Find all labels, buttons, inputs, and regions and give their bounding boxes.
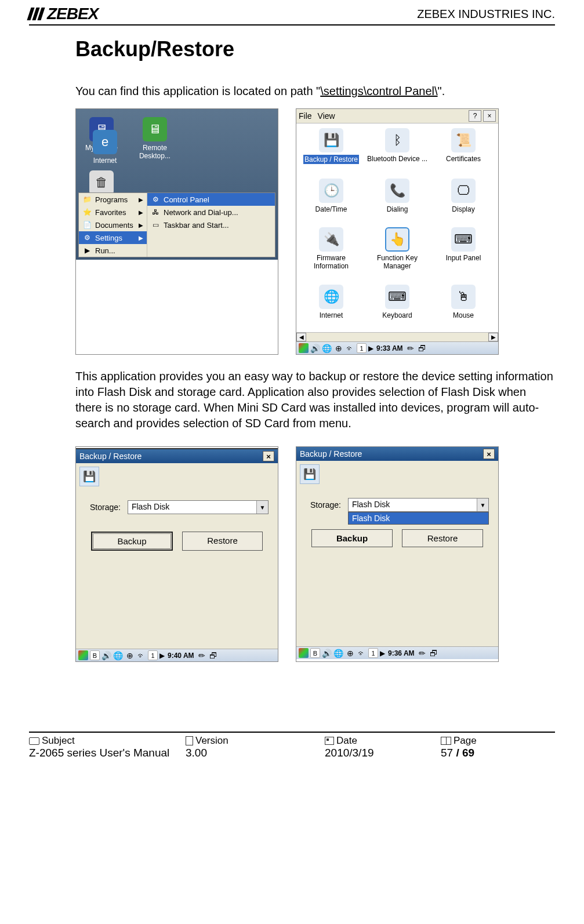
taskbar-clock[interactable]: 9:36 AM (388, 649, 415, 657)
help-button[interactable]: ? (469, 110, 481, 122)
taskbar-clock[interactable]: 9:33 AM (376, 344, 403, 352)
cp-item-keyboard[interactable]: ⌨ Keyboard (365, 282, 430, 330)
start-flag-icon[interactable] (78, 650, 88, 660)
screenshot-backup-dialog-closed: Backup / Restore × 💾 Storage: Flash Disk… (75, 446, 278, 662)
dialog-title: Backup / Restore (79, 452, 142, 461)
taskbar-clock[interactable]: 9:40 AM (168, 652, 194, 660)
cp-item-firmware[interactable]: 🔌 Firmware Information (299, 225, 364, 281)
tray-indicator-one[interactable]: 1 (368, 648, 378, 658)
submenu-network[interactable]: 🖧 Network and Dial-up... (147, 206, 275, 219)
dialog-close-button[interactable]: × (483, 449, 495, 459)
bluetooth-icon: ᛒ (385, 128, 409, 152)
tray-speaker-icon[interactable]: 🔊 (101, 650, 111, 660)
start-menu-programs[interactable]: 📁 Programs ▶ (79, 193, 147, 206)
internet-icon: e (93, 130, 117, 154)
taskbar: B 🔊 🌐 ⊕ ᯤ 1 ▶ 9:36 AM ✏ 🗗 (296, 646, 498, 659)
tray-wireless-icon[interactable]: ᯤ (345, 343, 355, 353)
document-icon (186, 736, 193, 745)
cp-item-mouse[interactable]: 🖱 Mouse (431, 282, 496, 330)
scroll-left-icon[interactable]: ◀ (296, 333, 306, 341)
internet-options-icon: 🌐 (319, 285, 343, 309)
favorites-icon: ⭐ (82, 208, 92, 217)
desktop-icon-internet[interactable]: e Internet (82, 130, 128, 165)
chevron-right-icon: ▶ (139, 235, 143, 241)
storage-combobox[interactable]: Flash Disk ▼ (128, 500, 269, 514)
cp-item-date-time[interactable]: 🕒 Date/Time (299, 176, 364, 224)
network-icon: 🖧 (151, 208, 160, 217)
tray-sip-icon[interactable]: ✏ (197, 650, 207, 660)
tray-speaker-icon[interactable]: 🔊 (310, 343, 320, 353)
start-menu-favorites[interactable]: ⭐ Favorites ▶ (79, 206, 147, 219)
backup-button[interactable]: Backup (91, 532, 173, 551)
tray-network-icon[interactable]: ⊕ (125, 650, 135, 660)
chevron-right-icon: ▶ (139, 209, 143, 216)
cp-item-function-key[interactable]: 👆 Function Key Manager (365, 225, 430, 281)
tray-sip-icon[interactable]: ✏ (418, 648, 427, 658)
body-paragraph: This application provides you an easy wa… (75, 369, 555, 431)
restore-button[interactable]: Restore (402, 529, 483, 547)
page-footer: Subject Z-2065 series User's Manual Vers… (29, 732, 555, 766)
tray-b-icon[interactable]: B (310, 648, 320, 658)
input-panel-icon: ⌨ (451, 227, 476, 252)
tray-wireless-icon[interactable]: ᯤ (357, 648, 367, 658)
menu-file[interactable]: File (299, 111, 312, 121)
tray-b-icon[interactable]: B (90, 650, 100, 660)
chevron-down-icon[interactable]: ▼ (477, 499, 488, 511)
footer-subject-label: Subject (42, 735, 75, 747)
tray-network-icon[interactable]: ⊕ (333, 343, 343, 353)
submenu-taskbar[interactable]: ▭ Taskbar and Start... (147, 219, 275, 231)
book-icon (441, 737, 451, 745)
page-header: ZEBEX ZEBEX INDUSTRIES INC. (29, 0, 555, 26)
cp-item-internet[interactable]: 🌐 Internet (299, 282, 364, 330)
storage-combobox[interactable]: Flash Disk ▼ Flash Disk (348, 498, 489, 512)
chevron-right-icon: ▶ (139, 222, 143, 228)
tray-desktop-icon[interactable]: 🗗 (429, 648, 439, 658)
start-flag-icon[interactable] (299, 648, 309, 658)
taskbar: 🔊 🌐 ⊕ ᯤ 1 ▶ 9:33 AM ✏ 🗗 (296, 341, 498, 354)
cp-item-dialing[interactable]: 📞 Dialing (365, 176, 430, 224)
chevron-down-icon[interactable]: ▼ (256, 501, 268, 514)
dialog-close-button[interactable]: × (263, 451, 274, 461)
firmware-icon: 🔌 (319, 227, 343, 252)
tray-world-icon[interactable]: 🌐 (333, 648, 343, 658)
calendar-icon (325, 737, 334, 745)
tray-desktop-icon[interactable]: 🗗 (209, 650, 219, 660)
keyboard-icon: ⌨ (385, 285, 409, 309)
tray-sip-icon[interactable]: ✏ (406, 343, 416, 353)
horizontal-scrollbar[interactable]: ◀ ▶ (296, 332, 498, 341)
scroll-right-icon[interactable]: ▶ (488, 333, 498, 341)
start-menu-documents[interactable]: 📄 Documents ▶ (79, 219, 147, 231)
footer-page-value: 57 / 69 (441, 747, 555, 759)
intro-text: You can find this application is located… (75, 85, 555, 98)
tray-world-icon[interactable]: 🌐 (113, 650, 123, 660)
restore-button[interactable]: Restore (182, 532, 263, 551)
tray-arrow-icon: ▶ (368, 344, 373, 352)
dialog-title: Backup / Restore (300, 449, 362, 459)
screenshot-desktop: 🖥 My Device 🖥 Remote Desktop... 🗑 Recycl… (75, 108, 278, 355)
cp-item-display[interactable]: 🖵 Display (431, 176, 496, 224)
menu-view[interactable]: View (318, 111, 335, 121)
display-icon: 🖵 (451, 179, 476, 203)
tray-speaker-icon[interactable]: 🔊 (322, 648, 332, 658)
intro-path: \settings\control Panel\ (320, 85, 437, 97)
start-flag-icon[interactable] (299, 343, 309, 353)
tray-desktop-icon[interactable]: 🗗 (418, 343, 427, 353)
tray-network-icon[interactable]: ⊕ (345, 648, 355, 658)
cp-item-certificates[interactable]: 📜 Certificates (431, 126, 496, 175)
tray-indicator-one[interactable]: 1 (148, 650, 158, 660)
tray-world-icon[interactable]: 🌐 (322, 343, 332, 353)
cp-item-input-panel[interactable]: ⌨ Input Panel (431, 225, 496, 281)
start-menu-run[interactable]: ▶ Run... (79, 244, 147, 257)
tray-wireless-icon[interactable]: ᯤ (136, 650, 146, 660)
tray-indicator-one[interactable]: 1 (357, 343, 367, 353)
desktop-icon-remote-desktop[interactable]: 🖥 Remote Desktop... (132, 117, 178, 160)
start-menu-settings[interactable]: ⚙ Settings ▶ (79, 231, 147, 244)
submenu-control-panel[interactable]: ⚙ Control Panel (147, 193, 275, 206)
control-panel-menu: File View ? × (296, 109, 498, 123)
mouse-icon: 🖱 (451, 285, 476, 309)
backup-button[interactable]: Backup (311, 529, 393, 547)
cp-item-bluetooth[interactable]: ᛒ Bluetooth Device ... (365, 126, 430, 175)
cp-item-backup-restore[interactable]: 💾 Backup / Restore (299, 126, 364, 175)
close-button[interactable]: × (483, 110, 496, 122)
storage-option-flash-disk[interactable]: Flash Disk (349, 512, 488, 524)
